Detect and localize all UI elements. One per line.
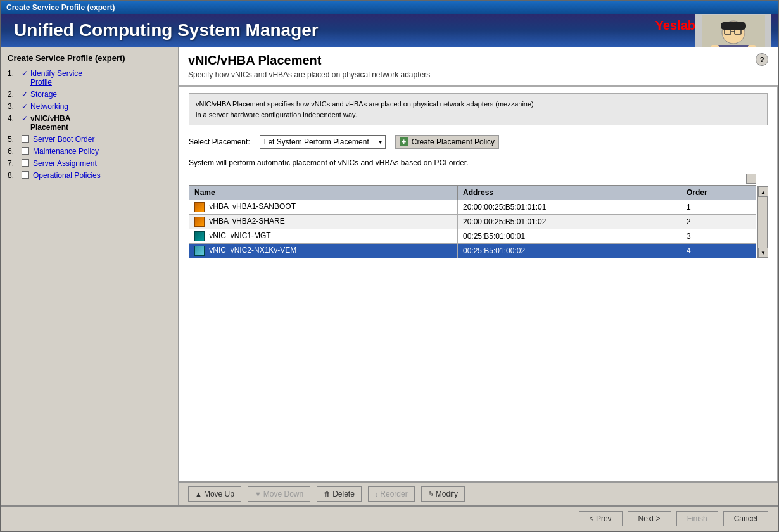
step-num-3: 3. (8, 102, 19, 111)
row4-address: 00:25:B5:01:00:02 (457, 244, 681, 258)
delete-button[interactable]: 🗑 Delete (317, 486, 362, 502)
move-down-button[interactable]: ▼ Move Down (248, 486, 310, 502)
sidebar-link-vnic-vhba[interactable]: vNIC/vHBA (30, 114, 70, 123)
window-title: Create Service Profile (expert) (6, 3, 115, 12)
modify-label: Modify (436, 490, 458, 498)
title-bar: Create Service Profile (expert) (1, 1, 778, 14)
move-down-icon: ▼ (255, 490, 262, 498)
step-num-5: 5. (8, 135, 19, 144)
main-container: Create Service Profile (expert) 1. ✓ Ide… (1, 47, 778, 505)
modify-icon: ✎ (428, 490, 434, 498)
left-sidebar: Create Service Profile (expert) 1. ✓ Ide… (1, 47, 179, 505)
vhba-icon (194, 202, 205, 212)
step-num-7: 7. (8, 159, 19, 168)
table-row[interactable]: vHBA vHBA1-SANBOOT 20:00:00:25:B5:01:01:… (189, 200, 756, 215)
placement-row: Select Placement: Let System Perform Pla… (189, 135, 768, 149)
sidebar-link-placement[interactable]: Placement (30, 123, 68, 132)
scroll-up-button[interactable]: ▲ (758, 187, 768, 197)
table-toolbar: ☰ (189, 174, 756, 184)
col-order: Order (681, 186, 756, 200)
row4-order: 4 (681, 244, 756, 258)
bottom-toolbar: ▲ Move Up ▼ Move Down 🗑 Delete ↕ Reorder (179, 481, 778, 505)
sidebar-link-storage[interactable]: Storage (30, 90, 57, 99)
placement-select-wrapper: Let System Perform Placement Specify Man… (260, 135, 386, 149)
move-up-label: Move Up (204, 490, 234, 498)
sidebar-item-4: 4. ✓ vNIC/vHBA Placement (8, 114, 172, 132)
placement-select[interactable]: Let System Perform Placement Specify Man… (260, 135, 386, 149)
row2-order: 2 (681, 215, 756, 229)
create-placement-policy-button[interactable]: + Create Placement Policy (395, 135, 499, 149)
vnic-icon-2 (194, 246, 205, 256)
scroll-down-button[interactable]: ▼ (758, 248, 768, 258)
table-container: ☰ Name Address Order (189, 174, 768, 258)
sidebar-link-profile[interactable]: Profile (30, 78, 52, 87)
sidebar-link-server-assignment[interactable]: Server Assignment (33, 159, 97, 168)
placement-label: Select Placement: (189, 137, 250, 146)
sidebar-item-7: 7. Server Assignment (8, 159, 172, 168)
reorder-icon: ↕ (375, 490, 379, 498)
auto-placement-text: System will perform automatic placement … (189, 158, 768, 167)
table-row-selected[interactable]: vNIC vNIC2-NX1Kv-VEM 00:25:B5:01:00:02 4 (189, 244, 756, 258)
sidebar-item-5: 5. Server Boot Order (8, 135, 172, 144)
panel-body: vNIC/vHBA Placement specifies how vNICs … (179, 86, 778, 481)
sidebar-item-2: 2. ✓ Storage (8, 90, 172, 99)
sidebar-item-1: 1. ✓ Identify Service Profile (8, 69, 172, 87)
row4-name: vNIC vNIC2-NX1Kv-VEM (189, 244, 458, 258)
vnic-icon (194, 231, 205, 241)
table-row[interactable]: vHBA vHBA2-SHARE 20:00:00:25:B5:01:01:02… (189, 215, 756, 229)
col-name: Name (189, 186, 458, 200)
plus-icon: + (400, 137, 408, 146)
footer-bar: < Prev Next > Finish Cancel (1, 505, 778, 531)
row1-name: vHBA vHBA1-SANBOOT (189, 200, 458, 215)
row3-address: 00:25:B5:01:00:01 (457, 229, 681, 244)
sidebar-link-boot-order[interactable]: Server Boot Order (33, 135, 94, 144)
row1-address: 20:00:00:25:B5:01:01:01 (457, 200, 681, 215)
content-area: vNIC/vHBA Placement Specify how vNICs an… (179, 47, 778, 505)
create-policy-label: Create Placement Policy (412, 137, 495, 146)
prev-button[interactable]: < Prev (579, 511, 623, 526)
checkbox-6 (22, 147, 29, 155)
move-up-icon: ▲ (195, 490, 202, 498)
finish-button[interactable]: Finish (676, 511, 718, 526)
table-scrollbar: ▲ ▼ (757, 186, 768, 258)
sidebar-item-8: 8. Operational Policies (8, 171, 172, 180)
move-up-button[interactable]: ▲ Move Up (188, 486, 241, 502)
reorder-label: Reorder (380, 490, 407, 498)
sidebar-link-networking[interactable]: Networking (30, 102, 68, 111)
checkbox-5 (22, 135, 29, 142)
delete-label: Delete (332, 490, 355, 498)
table-row[interactable]: vNIC vNIC1-MGT 00:25:B5:01:00:01 3 (189, 229, 756, 244)
step-num-4: 4. (8, 114, 19, 123)
row1-order: 1 (681, 200, 756, 215)
panel-title: vNIC/vHBA Placement (188, 53, 768, 68)
panel-subtitle: Specify how vNICs and vHBAs are placed o… (188, 70, 768, 79)
checkbox-8 (22, 171, 29, 179)
sidebar-title: Create Service Profile (expert) (8, 53, 172, 63)
help-button[interactable]: ? (756, 53, 768, 66)
app-title: Unified Computing System Manager (14, 20, 765, 41)
sidebar-link-identify-service[interactable]: Identify Service (30, 69, 82, 78)
row3-order: 3 (681, 229, 756, 244)
step-num-1: 1. (8, 69, 19, 78)
sidebar-link-operational[interactable]: Operational Policies (33, 171, 101, 180)
content-panel: vNIC/vHBA Placement Specify how vNICs an… (179, 47, 778, 505)
header-banner: Unified Computing System Manager Yeslab现… (1, 14, 778, 47)
move-down-label: Move Down (263, 490, 303, 498)
reorder-button[interactable]: ↕ Reorder (368, 486, 415, 502)
row2-name: vHBA vHBA2-SHARE (189, 215, 458, 229)
column-config-button[interactable]: ☰ (746, 174, 756, 184)
delete-icon: 🗑 (324, 490, 331, 498)
modify-button[interactable]: ✎ Modify (421, 486, 465, 502)
checkbox-7 (22, 159, 29, 167)
placement-table: Name Address Order vHBA vHBA1-SANBOOT (189, 185, 756, 258)
sidebar-item-6: 6. Maintenance Policy (8, 147, 172, 156)
row3-name: vNIC vNIC1-MGT (189, 229, 458, 244)
sidebar-link-maintenance[interactable]: Maintenance Policy (33, 147, 99, 156)
step-num-8: 8. (8, 171, 19, 180)
next-button[interactable]: Next > (628, 511, 671, 526)
cancel-button[interactable]: Cancel (723, 511, 768, 526)
row2-address: 20:00:00:25:B5:01:01:02 (457, 215, 681, 229)
description-text: vNIC/vHBA Placement specifies how vNICs … (196, 100, 534, 118)
col-address: Address (457, 186, 681, 200)
description-box: vNIC/vHBA Placement specifies how vNICs … (189, 93, 768, 125)
